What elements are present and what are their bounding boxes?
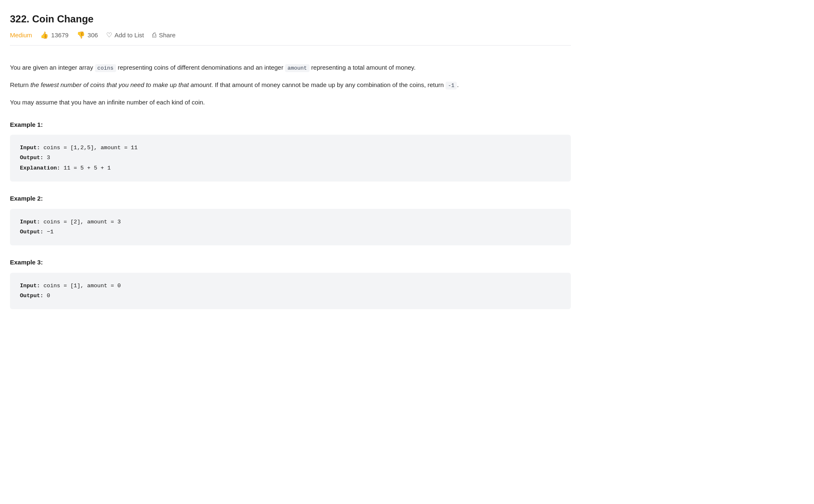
example2-title: Example 2: bbox=[10, 193, 571, 204]
description-paragraph-2: Return the fewest number of coins that y… bbox=[10, 80, 571, 90]
dislikes-button[interactable]: 👎 306 bbox=[77, 32, 98, 39]
example2-code-block: Input: coins = [2], amount = 3 Output: −… bbox=[10, 209, 571, 246]
add-to-list-label: Add to List bbox=[115, 32, 144, 39]
description-paragraph-3: You may assume that you have an infinite… bbox=[10, 97, 571, 108]
share-button[interactable]: ⎙ Share bbox=[152, 32, 175, 39]
dislikes-count: 306 bbox=[88, 32, 98, 39]
example3-title: Example 3: bbox=[10, 257, 571, 268]
likes-count: 13679 bbox=[51, 32, 68, 39]
thumbs-up-icon: 👍 bbox=[40, 32, 49, 39]
problem-title: 322. Coin Change bbox=[10, 13, 571, 25]
heart-icon: ♡ bbox=[106, 32, 112, 39]
problem-description: You are given an integer array coins rep… bbox=[10, 54, 571, 309]
add-to-list-button[interactable]: ♡ Add to List bbox=[106, 32, 144, 39]
description-paragraph-1: You are given an integer array coins rep… bbox=[10, 62, 571, 73]
difficulty-badge: Medium bbox=[10, 32, 32, 39]
amount-inline-code: amount bbox=[285, 64, 310, 72]
likes-button[interactable]: 👍 13679 bbox=[40, 32, 68, 39]
share-icon: ⎙ bbox=[152, 32, 156, 39]
example1-title: Example 1: bbox=[10, 119, 571, 130]
share-label: Share bbox=[159, 32, 175, 39]
thumbs-down-icon: 👎 bbox=[77, 32, 85, 39]
example1-code-block: Input: coins = [1,2,5], amount = 11 Outp… bbox=[10, 135, 571, 182]
meta-row: Medium 👍 13679 👎 306 ♡ Add to List ⎙ Sha… bbox=[10, 32, 571, 46]
italic-text: the fewest number of coins that you need… bbox=[30, 81, 211, 88]
example3-code-block: Input: coins = [1], amount = 0 Output: 0 bbox=[10, 273, 571, 310]
coins-inline-code: coins bbox=[95, 64, 116, 72]
neg1-inline-code: -1 bbox=[446, 82, 457, 90]
